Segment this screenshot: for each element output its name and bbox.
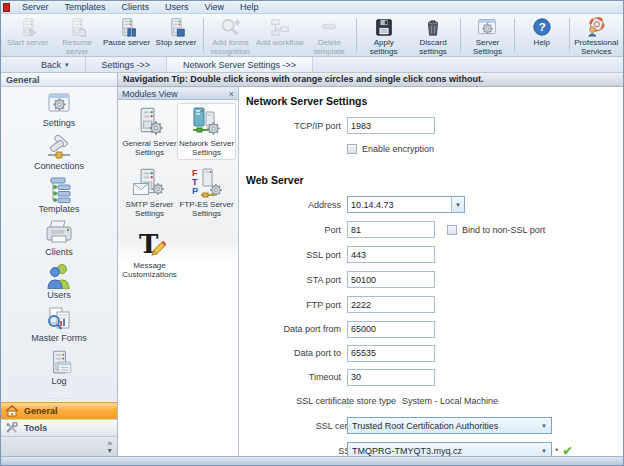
timeout-label: Timeout [246,372,341,382]
pause-server-button[interactable]: Pause server [102,15,151,55]
add-forms-recognition-icon [219,17,241,37]
add-workflow-icon [269,17,291,37]
module-ftp-es-server-settings[interactable]: F T P FTP-ES Server Settings [178,165,235,220]
toolbar-separator [514,18,515,52]
web-server-title: Web Server [246,174,623,186]
clients-icon [44,220,74,246]
address-combobox[interactable]: 10.14.4.73 ▼ [347,196,465,213]
sidebar-footer: »▾ [1,436,117,456]
delete-template-icon [318,17,340,37]
home-icon [5,405,19,417]
collapse-chevron-icon[interactable]: »▾ [108,440,112,454]
sidebar: General Settings Connections [1,73,118,456]
ftp-port-label: FTP port [246,300,341,310]
sidebar-item-log[interactable]: Log [1,349,117,386]
svg-text:?: ? [538,20,545,34]
sidebar-items: Settings Connections Templates [1,87,117,396]
smtp-server-settings-icon [132,167,168,199]
data-port-from-input[interactable] [347,321,435,338]
add-forms-recognition-button: Add forms recognition [206,15,255,55]
pause-server-icon [116,17,138,37]
breadcrumb: Back ▾ Settings ->> Network Server Setti… [1,57,623,73]
general-server-settings-icon [132,106,168,138]
tcp-ip-port-input[interactable] [347,117,435,134]
stop-server-icon [165,17,187,37]
sidebar-nav-tools[interactable]: Tools [1,419,117,436]
menu-templates[interactable]: Templates [58,2,113,12]
help-button[interactable]: ? Help [517,15,566,55]
toolbar-separator [569,18,570,52]
toolbar-separator [460,18,461,52]
discard-settings-button[interactable]: Discard settings [408,15,457,55]
menu-clients[interactable]: Clients [115,2,157,12]
module-message-customizations[interactable]: T Message Customizations [121,226,178,281]
sidebar-item-templates[interactable]: Templates [1,177,117,214]
resume-server-icon [66,17,88,37]
menu-help[interactable]: Help [233,2,266,12]
app-window: Server Templates Clients Users View Help… [0,0,624,466]
apply-settings-icon [373,17,395,37]
sidebar-item-users[interactable]: Users [1,263,117,300]
sidebar-item-settings[interactable]: Settings [1,91,117,128]
close-icon[interactable]: × [229,89,234,99]
required-mark: * [555,446,559,456]
breadcrumb-settings[interactable]: Settings ->> [86,57,168,72]
start-server-icon [17,17,39,37]
menu-users[interactable]: Users [158,2,196,12]
network-server-settings-icon [189,106,225,138]
stop-server-button[interactable]: Stop server [151,15,200,55]
chevron-down-icon: ▼ [537,448,551,454]
ssl-cert-store-type-label: SSL certificate store type [246,396,396,406]
modules-view-title: Modules View [122,89,178,99]
modules-view-panel: Modules View × General Server Settings [118,87,239,456]
connections-icon [44,134,74,160]
bind-non-ssl-checkbox[interactable]: Bind to non-SSL port [447,225,545,235]
back-button[interactable]: Back ▾ [25,57,86,72]
timeout-input[interactable] [347,369,435,386]
tcp-ip-port-label: TCP/IP port [246,121,341,131]
certificate-valid-check-icon: ✔ [563,444,573,457]
svg-text:P: P [192,186,198,196]
discard-settings-icon [422,17,444,37]
ftp-port-input[interactable] [347,296,435,313]
checkbox-icon [447,225,457,235]
apply-settings-button[interactable]: Apply settings [359,15,408,55]
module-smtp-server-settings[interactable]: SMTP Server Settings [121,165,178,220]
module-network-server-settings[interactable]: Network Server Settings [178,104,235,159]
sidebar-header: General [1,73,117,87]
port-input[interactable] [347,221,435,238]
address-label: Address [246,200,341,210]
sta-port-input[interactable] [347,271,435,288]
log-icon [44,349,74,375]
chevron-down-icon[interactable]: ▼ [451,197,464,212]
enable-encryption-checkbox[interactable]: Enable encryption [347,144,434,154]
module-general-server-settings[interactable]: General Server Settings [121,104,178,159]
data-port-from-label: Data port from [246,324,341,334]
breadcrumb-network-server-settings[interactable]: Network Server Settings ->> [167,57,313,72]
chevron-down-icon: ▼ [537,423,551,429]
network-server-settings-form: Network Server Settings TCP/IP port Enab… [239,87,623,456]
resume-server-button: Resume server [52,15,101,55]
window-bottom-edge [1,456,623,465]
sidebar-item-connections[interactable]: Connections [1,134,117,171]
ssl-port-input[interactable] [347,246,435,263]
sidebar-item-clients[interactable]: Clients [1,220,117,257]
sidebar-nav-general[interactable]: General [1,402,117,419]
ssl-cert-store-dropdown[interactable]: Trusted Root Certification Authorities ▼ [347,417,552,434]
menu-view[interactable]: View [198,2,231,12]
toolbar-separator [356,18,357,52]
professional-services-icon [585,17,607,37]
menu-bar: Server Templates Clients Users View Help [1,1,623,14]
menu-server[interactable]: Server [15,2,56,12]
sidebar-item-master-forms[interactable]: Master Forms [1,306,117,343]
form-title: Network Server Settings [246,95,623,107]
data-port-to-input[interactable] [347,345,435,362]
professional-services-button[interactable]: Professional Services [572,15,621,55]
start-server-button: Start server [3,15,52,55]
port-label: Port [246,225,341,235]
ssl-certificate-dropdown[interactable]: TMQPRG-TMYQT3.myq.cz ▼ [347,442,552,456]
settings-icon [44,91,74,117]
ssl-port-label: SSL port [246,250,341,260]
message-customizations-icon: T [132,228,168,260]
server-settings-button[interactable]: Server Settings [463,15,512,55]
